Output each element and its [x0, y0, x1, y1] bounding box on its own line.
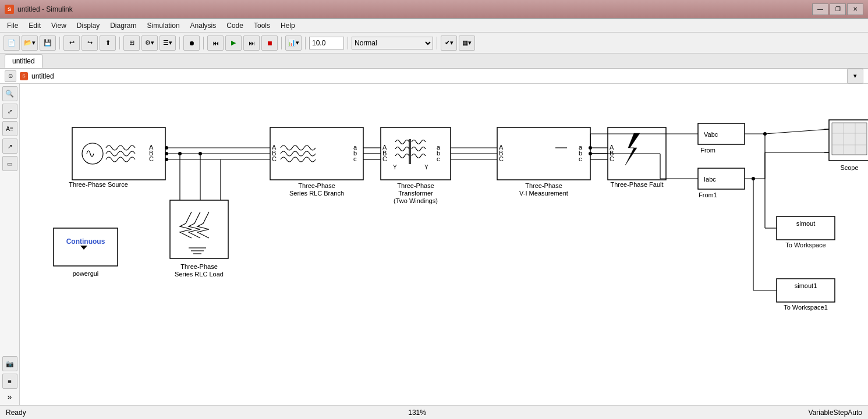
svg-text:(Two Windings): (Two Windings): [394, 197, 438, 204]
menu-file[interactable]: File: [2, 20, 23, 31]
title-bar-left: S untitled - Simulink: [5, 5, 73, 14]
sep6: [305, 37, 306, 49]
menu-help[interactable]: Help: [276, 20, 300, 31]
three-phase-rlc-load-block[interactable]: Three-Phase Series RLC Load: [170, 200, 228, 278]
svg-point-96: [589, 146, 592, 150]
restore-button[interactable]: ❐: [830, 3, 846, 15]
menu-bar: File Edit View Display Diagram Simulatio…: [0, 19, 868, 33]
window-controls: — ❐ ✕: [812, 3, 863, 15]
sep3: [179, 37, 180, 49]
log-data-dropdown[interactable]: 📊▾: [285, 35, 302, 51]
breadcrumb-dropdown[interactable]: ▾: [847, 69, 863, 84]
fit-view-button[interactable]: ⤢: [2, 104, 17, 119]
svg-text:simout: simout: [796, 220, 815, 227]
menu-code[interactable]: Code: [222, 20, 248, 31]
open-dropdown[interactable]: 📂▾: [22, 35, 38, 51]
menu-tools[interactable]: Tools: [249, 20, 275, 31]
svg-text:Continuous: Continuous: [66, 237, 105, 246]
up-button[interactable]: ⬆: [100, 35, 116, 51]
status-text: Ready: [6, 409, 26, 417]
to-workspace-block[interactable]: simout To Workspace: [777, 216, 835, 248]
svg-text:Y: Y: [393, 164, 397, 171]
svg-text:To Workspace: To Workspace: [785, 242, 826, 248]
svg-text:Three-Phase: Three-Phase: [525, 182, 562, 189]
from-vabc-block[interactable]: Vabc From: [698, 123, 745, 154]
status-bar: Ready 131% VariableStepAuto: [0, 405, 868, 419]
svg-text:Transformer: Transformer: [398, 190, 433, 197]
play-button[interactable]: ▶: [225, 35, 242, 51]
three-phase-vi-measurement-block[interactable]: A B C a b c Three-Phase V-I Measurement: [497, 127, 590, 197]
svg-text:Series RLC Load: Series RLC Load: [175, 271, 224, 278]
undo-button[interactable]: ↩: [63, 35, 80, 51]
svg-point-1: [82, 143, 103, 164]
sim-time-input[interactable]: [309, 37, 344, 49]
powergui-block[interactable]: Continuous powergui: [54, 228, 118, 277]
library-button[interactable]: ⊞: [123, 35, 140, 51]
breadcrumb-path: untitled: [31, 72, 54, 80]
menu-view[interactable]: View: [47, 20, 71, 31]
sep2: [119, 37, 120, 49]
three-phase-transformer-block[interactable]: A B C Y Y a b c Three-Phase: [381, 127, 451, 204]
svg-text:Three-Phase Source: Three-Phase Source: [69, 181, 128, 188]
toolbar: 📄 📂▾ 💾 ↩ ↪ ⬆ ⊞ ⚙▾ ☰▾ ⏺ ⏮ ▶ ⏭ ⏹ 📊▾ Normal…: [0, 33, 868, 54]
text-tool-button[interactable]: A≡: [2, 121, 17, 136]
tab-bar: untitled: [0, 54, 868, 69]
settings-dropdown[interactable]: ⚙▾: [141, 35, 158, 51]
expand-left-button[interactable]: »: [8, 391, 12, 403]
zoom-level: 131%: [408, 409, 426, 417]
record-button[interactable]: ⏺: [183, 35, 200, 51]
main-area: 🔍 ⤢ A≡ ↗ ▭ 📷 ≡ » A B C: [0, 84, 868, 405]
redo-button[interactable]: ↪: [82, 35, 98, 51]
menu-diagram[interactable]: Diagram: [105, 20, 141, 31]
svg-text:Series RLC Branch: Series RLC Branch: [289, 190, 344, 197]
svg-text:Three-Phase: Three-Phase: [397, 182, 434, 189]
from-iabc-block[interactable]: Iabc From1: [698, 168, 745, 198]
list-button[interactable]: ≡: [2, 374, 17, 389]
sim-mode-select[interactable]: Normal Accelerator Rapid Accelerator: [352, 37, 433, 49]
debug-dropdown[interactable]: ☰▾: [160, 35, 176, 51]
three-phase-fault-block[interactable]: A B C Three-Phase Fault: [608, 127, 666, 188]
diagnostics-dropdown[interactable]: ▦▾: [459, 35, 475, 51]
new-button[interactable]: 📄: [3, 35, 20, 51]
scope-block[interactable]: Scope: [824, 120, 868, 171]
title-bar: S untitled - Simulink — ❐ ✕: [0, 0, 868, 19]
stop-button[interactable]: ⏹: [261, 35, 278, 51]
svg-text:C: C: [272, 155, 277, 162]
menu-edit[interactable]: Edit: [24, 20, 45, 31]
close-button[interactable]: ✕: [847, 3, 863, 15]
step-back-button[interactable]: ⏮: [207, 35, 224, 51]
nav-back-button[interactable]: ⊙: [5, 70, 16, 82]
three-phase-rlc-branch-block[interactable]: A B C a b c Three-Phase Series RLC Branc…: [270, 127, 363, 197]
run-check-dropdown[interactable]: ✔▾: [441, 35, 457, 51]
save-button[interactable]: 💾: [40, 35, 56, 51]
svg-text:Three-Phase: Three-Phase: [180, 263, 218, 270]
menu-analysis[interactable]: Analysis: [186, 20, 221, 31]
svg-text:C: C: [382, 155, 387, 162]
svg-point-83: [178, 152, 182, 155]
to-workspace1-block[interactable]: simout1 To Workspace1: [777, 279, 835, 311]
menu-display[interactable]: Display: [72, 20, 104, 31]
model-icon: S: [20, 72, 28, 80]
solver-info: VariableStepAuto: [808, 409, 862, 417]
zoom-fit-button[interactable]: 🔍: [2, 86, 17, 101]
menu-simulation[interactable]: Simulation: [143, 20, 185, 31]
sep7: [348, 37, 348, 49]
svg-text:Three-Phase Fault: Three-Phase Fault: [610, 181, 663, 188]
minimize-button[interactable]: —: [812, 3, 828, 15]
svg-rect-53: [832, 123, 867, 155]
svg-text:C: C: [149, 155, 154, 162]
three-phase-source-block[interactable]: A B C Three-Phase Source: [69, 127, 168, 188]
svg-rect-9: [270, 127, 363, 180]
svg-point-84: [199, 152, 202, 155]
simulink-icon: S: [5, 5, 14, 14]
step-forward-button[interactable]: ⏭: [243, 35, 260, 51]
svg-text:From1: From1: [699, 191, 717, 198]
sep4: [203, 37, 204, 49]
camera-button[interactable]: 📷: [2, 356, 17, 371]
tab-untitled[interactable]: untitled: [5, 54, 42, 68]
arrow-tool-button[interactable]: ↗: [2, 139, 17, 154]
svg-point-112: [752, 177, 755, 180]
sep1: [59, 37, 60, 49]
rect-tool-button[interactable]: ▭: [2, 156, 17, 171]
diagram-canvas[interactable]: A B C Three-Phase Source A B C a: [20, 84, 868, 405]
